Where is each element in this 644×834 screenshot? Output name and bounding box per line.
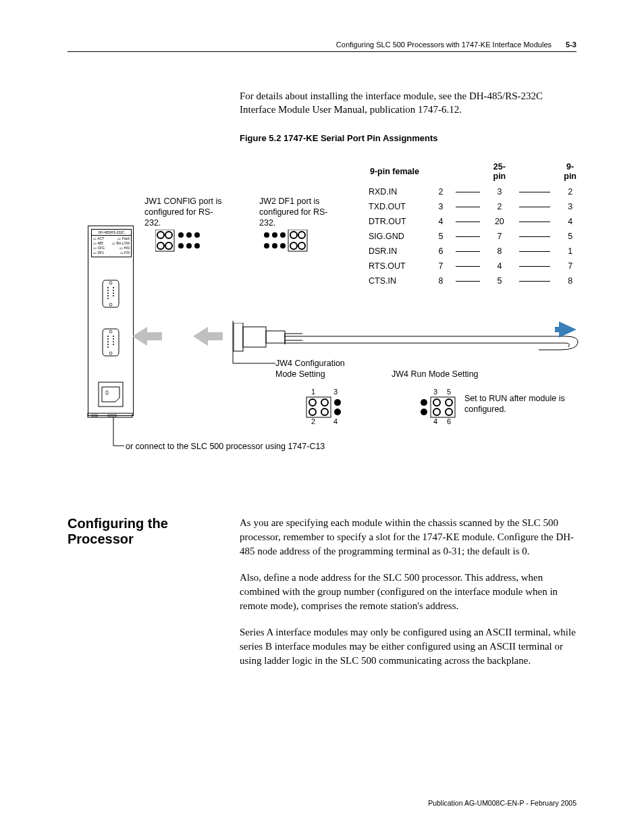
pin-row: RTS.OUT747 <box>365 259 582 273</box>
svg-point-28 <box>107 292 109 294</box>
page-number: 5-3 <box>566 41 576 49</box>
svg-point-35 <box>107 336 109 337</box>
figure-area: 9-pin female 25-pin 9-pin RXD.IN232TXD.O… <box>74 158 576 469</box>
intro-paragraph: For details about installing the interfa… <box>240 89 576 117</box>
svg-point-16 <box>280 243 286 249</box>
svg-point-70 <box>334 409 341 415</box>
svg-text:6: 6 <box>447 417 451 425</box>
jw4-run-jumper: 3 5 4 6 <box>417 388 460 425</box>
module-base-icon <box>85 412 135 421</box>
dh485-port-icon <box>98 382 124 407</box>
section-paragraph-1: As you are specifying each module within… <box>240 516 576 558</box>
svg-point-10 <box>194 243 200 249</box>
svg-point-76 <box>421 409 427 415</box>
svg-point-27 <box>113 290 114 291</box>
lower-cable-diagram <box>282 317 579 358</box>
svg-point-39 <box>107 341 109 342</box>
svg-point-80 <box>433 409 440 415</box>
svg-point-37 <box>107 338 109 340</box>
svg-point-36 <box>113 336 114 337</box>
svg-point-30 <box>107 295 109 296</box>
section-configuring-processor: Configuring the Processor As you are spe… <box>68 516 576 680</box>
svg-point-81 <box>446 409 452 415</box>
page-header: Configuring SLC 500 Processors with 1747… <box>68 41 576 52</box>
svg-point-38 <box>113 338 114 340</box>
svg-point-21 <box>298 242 305 249</box>
svg-point-40 <box>113 341 114 342</box>
svg-point-22 <box>109 282 112 284</box>
run-note: Set to RUN after module is configured. <box>464 393 572 415</box>
svg-point-5 <box>178 232 184 238</box>
pin-header-25: 25-pin <box>488 159 512 184</box>
module-faceplate: DH-485/RS-232C ▭ ACT ▭ 485 ▭ CFG ▭ DF1 ▭… <box>88 226 134 416</box>
svg-text:3: 3 <box>433 388 437 396</box>
svg-point-1 <box>157 232 164 238</box>
pin-row: RXD.IN232 <box>365 185 582 199</box>
svg-text:4: 4 <box>333 417 338 425</box>
panel-title: DH-485/RS-232C <box>92 230 131 236</box>
svg-point-24 <box>107 287 109 288</box>
svg-point-78 <box>433 399 440 406</box>
pin-header-9f: 9-pin female <box>365 159 433 184</box>
svg-point-42 <box>113 344 114 345</box>
svg-point-19 <box>298 232 305 238</box>
svg-point-79 <box>446 399 452 406</box>
svg-text:1: 1 <box>311 388 315 396</box>
svg-rect-45 <box>106 391 108 394</box>
pin-row: DTR.OUT4204 <box>365 215 582 228</box>
pin-row: CTS.IN858 <box>365 274 582 288</box>
figure-caption: Figure 5.2 1747-KE Serial Port Pin Assig… <box>240 133 576 143</box>
jw4-config-jumper: 1 3 2 4 <box>305 388 348 425</box>
svg-point-29 <box>113 292 114 294</box>
jw4-cfg-leader <box>231 319 285 365</box>
publication-footer: Publication AG-UM008C-EN-P - February 20… <box>428 799 576 807</box>
svg-point-18 <box>290 232 297 238</box>
svg-point-69 <box>334 399 341 406</box>
svg-point-20 <box>290 242 297 249</box>
svg-point-67 <box>309 409 316 415</box>
jw4-config-label: JW4 Configuration Mode Setting <box>275 358 350 380</box>
svg-point-66 <box>321 399 328 406</box>
svg-marker-49 <box>132 327 162 346</box>
pin-header-9: 9-pin <box>558 159 582 184</box>
jw4-run-label: JW4 Run Mode Setting <box>392 369 500 380</box>
svg-point-11 <box>264 232 269 238</box>
svg-point-14 <box>264 243 269 249</box>
bottom-leader <box>111 416 127 448</box>
svg-point-65 <box>309 399 316 406</box>
svg-marker-59 <box>555 321 576 338</box>
svg-point-23 <box>109 303 112 306</box>
svg-text:3: 3 <box>333 388 338 396</box>
svg-point-8 <box>178 243 184 249</box>
svg-point-6 <box>186 232 192 238</box>
pin-row: DSR.IN681 <box>365 244 582 258</box>
svg-point-26 <box>107 290 109 291</box>
jw1-label: JW1 CONFIG port is configured for RS-232… <box>144 196 225 229</box>
svg-point-13 <box>280 232 286 238</box>
svg-point-68 <box>321 409 328 415</box>
bottom-connect-note: or connect to the SLC 500 processor usin… <box>126 442 325 451</box>
svg-point-25 <box>113 287 114 288</box>
svg-point-2 <box>165 232 172 238</box>
svg-text:4: 4 <box>433 417 437 425</box>
svg-point-12 <box>272 232 277 238</box>
section-title: Configuring the Processor <box>68 516 219 680</box>
svg-point-33 <box>109 330 112 333</box>
svg-marker-50 <box>193 327 223 346</box>
svg-text:2: 2 <box>311 417 315 425</box>
svg-rect-47 <box>92 415 97 417</box>
pin-row: SIG.GND575 <box>365 230 582 243</box>
df1-port-icon <box>102 328 119 357</box>
section-paragraph-3: Series A interface modules may only be c… <box>240 625 576 668</box>
svg-point-41 <box>107 344 109 345</box>
svg-point-31 <box>113 295 114 296</box>
svg-point-34 <box>109 352 112 355</box>
svg-point-9 <box>186 243 192 249</box>
section-paragraph-2: Also, define a node address for the SLC … <box>240 571 576 613</box>
config-port-icon <box>102 279 119 309</box>
svg-point-4 <box>165 242 172 249</box>
svg-point-7 <box>194 232 200 238</box>
pin-row: TXD.OUT323 <box>365 200 582 213</box>
jw2-jumper-diagram <box>261 230 308 254</box>
jw1-jumper-diagram <box>155 230 203 254</box>
